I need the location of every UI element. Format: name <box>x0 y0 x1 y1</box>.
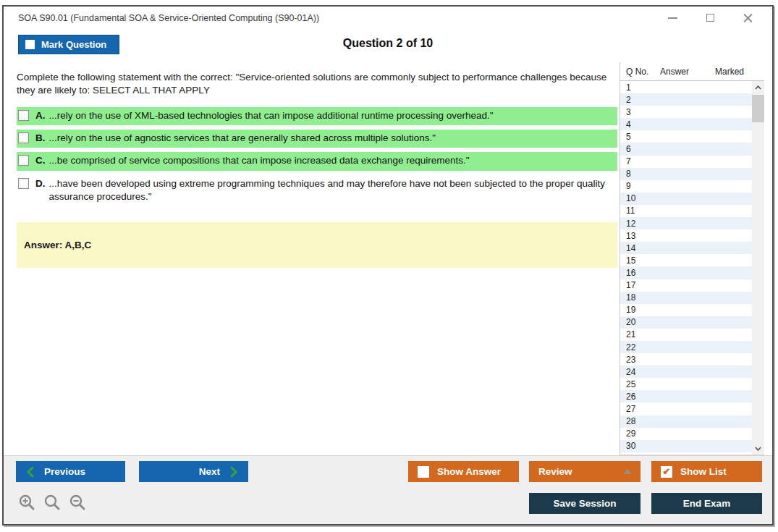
question-list-row[interactable]: 25 <box>620 378 752 390</box>
question-list-cell: 6 <box>620 144 660 154</box>
option-row-b[interactable]: B. ...rely on the use of agnostic servic… <box>17 130 617 148</box>
column-header-marked: Marked <box>715 67 764 77</box>
scrollbar-up-button[interactable] <box>752 81 764 93</box>
question-list-row[interactable]: 5 <box>620 130 752 143</box>
previous-button[interactable]: Previous <box>16 461 125 482</box>
option-b-checkbox[interactable] <box>18 132 29 143</box>
show-answer-button[interactable]: Show Answer <box>408 461 519 482</box>
question-list-cell: 25 <box>620 379 660 389</box>
previous-label: Previous <box>44 466 85 477</box>
question-list-cell: 1 <box>620 83 660 93</box>
option-b-letter: B. <box>35 132 46 145</box>
question-list-cell: 28 <box>620 416 660 426</box>
question-list-row[interactable]: 9 <box>620 180 752 193</box>
question-counter: Question 2 of 10 <box>4 37 772 50</box>
scrollbar-down-button[interactable] <box>752 442 764 455</box>
next-label: Next <box>199 466 220 477</box>
question-list-row[interactable]: 14 <box>620 242 752 254</box>
question-list-cell: 16 <box>620 268 660 278</box>
minimize-button[interactable] <box>667 12 678 24</box>
question-list-row[interactable]: 7 <box>620 156 752 168</box>
option-b-body: B. ...rely on the use of agnostic servic… <box>35 132 614 145</box>
question-list-row[interactable]: 27 <box>620 402 752 415</box>
answer-box: Answer: A,B,C <box>17 222 617 268</box>
option-row-a[interactable]: A. ...rely on the use of XML-based techn… <box>17 107 617 125</box>
save-session-button[interactable]: Save Session <box>529 493 640 514</box>
question-list-cell: 23 <box>620 355 660 365</box>
question-list-row[interactable]: 3 <box>620 106 752 118</box>
question-list-row[interactable]: 21 <box>620 329 752 341</box>
maximize-icon <box>706 14 714 22</box>
review-label: Review <box>538 466 572 477</box>
review-button[interactable]: Review <box>529 461 640 482</box>
question-list-row[interactable]: 22 <box>620 341 752 353</box>
question-list-scrollbar[interactable] <box>752 81 764 455</box>
question-list-row[interactable]: 6 <box>620 143 752 155</box>
maximize-button[interactable] <box>704 12 716 24</box>
question-list-cell: 9 <box>620 181 660 191</box>
zoom-in-icon[interactable] <box>18 494 36 512</box>
question-list-cell: 29 <box>620 428 660 439</box>
question-list-row[interactable]: 18 <box>620 292 752 304</box>
question-list-row[interactable]: 23 <box>620 353 752 366</box>
question-list-cell: 11 <box>620 206 660 216</box>
next-button[interactable]: Next <box>139 461 248 482</box>
question-list-row[interactable]: 13 <box>620 229 752 242</box>
option-d-checkbox[interactable] <box>18 178 29 189</box>
question-list-row[interactable]: 26 <box>620 390 752 402</box>
question-list-row[interactable]: 4 <box>620 118 752 130</box>
caret-up-icon <box>623 469 632 474</box>
window-controls <box>667 12 772 24</box>
option-c-checkbox[interactable] <box>18 155 29 166</box>
question-list-row[interactable]: 8 <box>620 168 752 180</box>
question-list-cell: 17 <box>620 280 660 290</box>
question-list-row[interactable]: 29 <box>620 428 752 440</box>
question-list-row[interactable]: 17 <box>620 279 752 292</box>
question-list-row[interactable]: 2 <box>620 93 752 106</box>
show-list-checkbox-icon[interactable]: ✔ <box>661 466 672 478</box>
question-list-cell: 7 <box>620 156 660 166</box>
question-list-cell: 14 <box>620 243 660 253</box>
zoom-reset-icon[interactable] <box>43 494 62 512</box>
app-window: SOA S90.01 (Fundamental SOA & Service-Or… <box>2 5 774 525</box>
question-list-cell: 3 <box>620 107 660 117</box>
question-list-cell: 2 <box>620 95 660 105</box>
chevron-up-icon <box>755 85 761 90</box>
question-list-cell: 30 <box>620 441 660 451</box>
question-list-row[interactable]: 24 <box>620 366 752 378</box>
question-list-row[interactable]: 19 <box>620 304 752 316</box>
close-button[interactable] <box>742 12 753 24</box>
show-answer-label: Show Answer <box>437 466 501 477</box>
zoom-out-icon[interactable] <box>69 494 87 512</box>
question-list-cell: 12 <box>620 219 660 229</box>
option-row-c[interactable]: C. ...be comprised of service compositio… <box>17 152 617 170</box>
question-list-row[interactable]: 28 <box>620 415 752 428</box>
option-a-checkbox[interactable] <box>18 110 29 121</box>
option-d-text: ...have been developed using extreme pro… <box>49 177 615 203</box>
question-list-row[interactable]: 11 <box>620 205 752 217</box>
question-list-row[interactable]: 16 <box>620 266 752 279</box>
question-list-row[interactable]: 15 <box>620 254 752 266</box>
show-list-button[interactable]: ✔ Show List <box>651 461 762 482</box>
question-list-row[interactable]: 20 <box>620 316 752 329</box>
checkmark-icon: ✔ <box>663 467 671 476</box>
question-list-row[interactable]: 10 <box>620 193 752 205</box>
show-answer-checkbox-icon[interactable] <box>418 466 429 478</box>
question-list-cell: 20 <box>620 317 660 327</box>
zoom-controls <box>18 494 87 512</box>
question-list-cell: 5 <box>620 132 660 142</box>
question-list-panel: Q No. Answer Marked 12345678910111213141… <box>620 62 764 455</box>
question-list: 1234567891011121314151617181920212223242… <box>620 81 752 455</box>
question-list-row[interactable]: 30 <box>620 440 752 452</box>
question-list-row[interactable]: 1 <box>620 81 752 93</box>
question-list-cell: 13 <box>620 231 660 241</box>
toolbar: Mark Question Question 2 of 10 <box>4 29 772 62</box>
end-exam-button[interactable]: End Exam <box>651 493 762 514</box>
scrollbar-thumb[interactable] <box>752 95 764 122</box>
option-c-body: C. ...be comprised of service compositio… <box>35 154 614 167</box>
question-list-row[interactable]: 12 <box>620 217 752 229</box>
close-icon <box>743 13 753 22</box>
show-list-label: Show List <box>680 466 727 477</box>
option-c-text: ...be comprised of service compositions … <box>49 154 615 167</box>
option-row-d[interactable]: D. ...have been developed using extreme … <box>17 175 617 206</box>
